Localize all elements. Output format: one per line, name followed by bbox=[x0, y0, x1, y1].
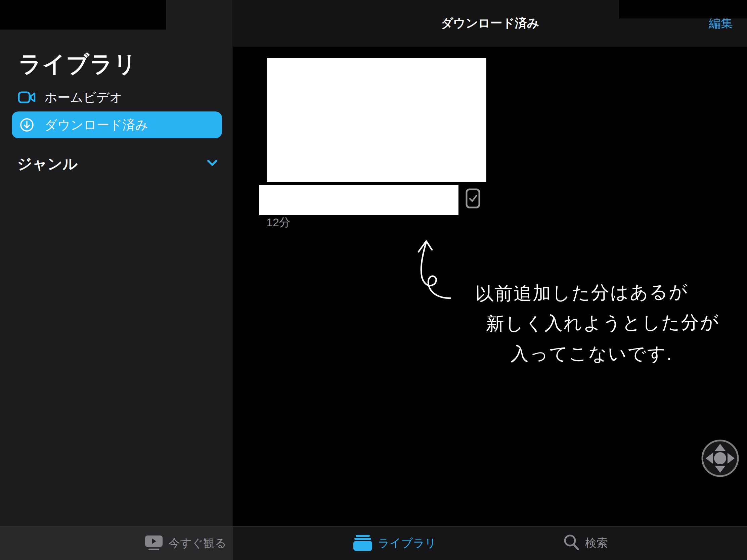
tab-library[interactable]: ライブラリ bbox=[353, 527, 436, 560]
sidebar-item-home-videos[interactable]: ホームビデオ bbox=[12, 84, 222, 111]
video-thumbnail-redacted[interactable] bbox=[267, 58, 486, 182]
search-icon bbox=[564, 534, 580, 552]
tab-search[interactable]: 検索 bbox=[564, 527, 608, 560]
tab-bar-content-segment bbox=[233, 527, 747, 560]
video-camera-icon bbox=[18, 91, 36, 104]
sidebar-section-genre[interactable]: ジャンル bbox=[17, 154, 217, 174]
redacted-region-top-right bbox=[619, 0, 747, 19]
sidebar-item-label: ホームビデオ bbox=[44, 89, 122, 106]
sidebar-item-downloaded[interactable]: ダウンロード済み bbox=[12, 111, 222, 138]
downloaded-check-badge-icon bbox=[466, 188, 480, 210]
video-duration-label: 12分 bbox=[266, 215, 290, 230]
tv-play-icon bbox=[145, 535, 163, 552]
sidebar-item-label: ダウンロード済み bbox=[44, 116, 148, 134]
handwritten-note-line-3: 入ってこないです. bbox=[511, 342, 673, 366]
library-stack-icon bbox=[353, 534, 372, 552]
handwritten-note-line-2: 新しく入れようとした分が bbox=[486, 310, 720, 337]
video-title-redacted bbox=[259, 185, 459, 215]
download-circle-icon bbox=[18, 118, 36, 132]
tab-label: ライブラリ bbox=[378, 535, 436, 551]
genre-section-label: ジャンル bbox=[17, 154, 78, 174]
chevron-down-icon[interactable] bbox=[207, 160, 217, 168]
sidebar-title: ライブラリ bbox=[19, 49, 137, 80]
tab-label: 今すぐ観る bbox=[169, 535, 226, 551]
handwritten-arrow-icon bbox=[416, 236, 455, 304]
tab-label: 検索 bbox=[585, 535, 608, 551]
tab-watch-now[interactable]: 今すぐ観る bbox=[145, 527, 226, 560]
library-sidebar: ライブラリ ホームビデオ ダウンロード済み ジャンル bbox=[0, 0, 233, 527]
handwritten-note-line-1: 以前追加した分はあるが bbox=[475, 280, 689, 306]
dpad-navigation-overlay[interactable] bbox=[701, 439, 739, 479]
redacted-region-top-left bbox=[0, 0, 166, 30]
